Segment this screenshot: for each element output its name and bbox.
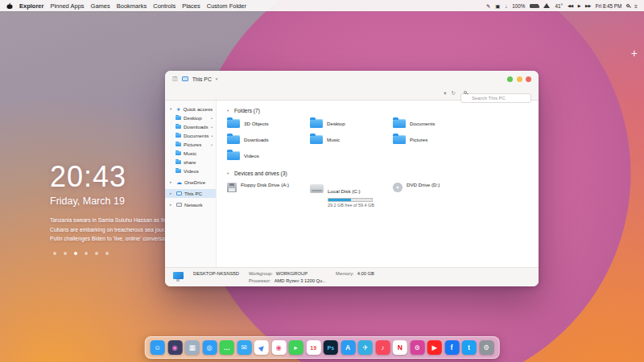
sidebar-item-onedrive[interactable]: ▸ ☁ OneDrive [165,178,216,187]
folder-tile-music[interactable]: Music [310,135,393,144]
display-icon[interactable]: ▣ [495,3,500,9]
drive-tile-floppy[interactable]: Floppy Disk Drive (A:) [227,182,310,208]
chevron-right-icon[interactable]: ▸ [170,203,174,207]
menu-item-custom-folder[interactable]: Custom Folder [207,2,246,10]
dock-icon-siri[interactable]: ◉ [167,340,182,355]
folder-tile-documents[interactable]: Documents [393,119,476,128]
sidebar-item-network[interactable]: ▸ Network [165,200,216,209]
folder-name: Music [327,137,340,142]
menu-item-places[interactable]: Places [182,2,200,10]
folder-icon [175,134,181,138]
folder-tile-3d-objects[interactable]: 3D Objects [227,119,310,128]
netflix-icon: N [398,344,402,352]
search-input[interactable] [460,93,531,103]
sidebar-item-downloads[interactable]: Downloads • [165,122,216,131]
zoom-button[interactable] [507,76,513,82]
sidebar-item-pictures[interactable]: Pictures • [165,140,216,149]
sidebar-item-quick-access[interactable]: ▾ ★ Quick access [165,105,216,113]
apple-menu-icon[interactable] [6,2,13,10]
news-headline[interactable]: Tanzania swears in Samia Suluhu Hassan a… [50,217,171,223]
carousel-dot-active[interactable] [74,252,77,255]
menubar-menus: Explorer Pinned Apps Games Bookmarks Con… [6,2,246,10]
folder-tile-videos[interactable]: Videos [227,151,310,160]
control-center-icon[interactable]: ≡ [634,3,638,9]
dock-icon-appstore[interactable]: A [341,340,355,355]
carousel-dot[interactable] [53,252,56,255]
folder-tile-pictures[interactable]: Pictures [393,135,476,144]
menu-item-games[interactable]: Games [91,2,110,10]
quick-access-icon: ★ [176,106,180,112]
sidebar-item-desktop[interactable]: Desktop • [165,113,216,122]
dock-icon-launchpad[interactable]: ▦ [185,340,200,355]
media-prev-icon[interactable]: ◀◀ [568,3,573,8]
sidebar-label: OneDrive [184,179,205,185]
dock-icon-calendar[interactable]: 19 [306,340,320,355]
dock-icon-netflix[interactable]: N [393,340,407,355]
chevron-down-icon[interactable]: ▾ [170,107,174,111]
carousel-dot[interactable] [105,252,109,255]
menubar-clock[interactable]: Fri 8:45 PM [596,3,622,9]
section-header-folders[interactable]: ▾ Folders (7) [227,108,539,113]
dock-icon-maps[interactable]: ▶ [254,340,269,355]
chevron-down-icon[interactable]: ▾ [444,90,446,97]
devices-grid: Floppy Disk Drive (A:) Local Disk (C:) 2… [227,182,539,208]
window-statusbar: DESKTOP-NKSNS5D Workgroup: WORKGROUP Pro… [165,267,539,286]
dock-icon-instagram[interactable]: ⊙ [410,340,424,355]
media-play-icon[interactable]: ▶ [578,3,580,8]
news-headline[interactable]: Putin challenges Biden to 'live, online'… [50,236,171,241]
dock-icon-mail[interactable]: ✉ [237,340,251,355]
media-next-icon[interactable]: ▶▶ [585,3,591,8]
widget-carousel-dots [50,252,171,255]
device-name: DESKTOP-NKSNS5D [193,271,239,276]
add-widget-button[interactable]: + [631,47,638,60]
close-button[interactable] [526,76,531,82]
wifi-icon[interactable] [543,3,550,8]
edit-icon[interactable]: ✎ [486,3,490,9]
search-icon[interactable] [626,4,630,7]
section-header-devices[interactable]: ▾ Devices and drives (3) [227,171,539,176]
drive-tile-local-disk[interactable]: Local Disk (C:) 29.2 GB free of 59.4 GB [310,182,393,208]
window-titlebar[interactable]: ◫ This PC ▾ [165,71,539,87]
drive-tile-dvd[interactable]: DVD Drive (D:) [393,182,476,208]
dock-icon-finder[interactable]: ☺ [151,340,165,355]
dock-icon-photoshop[interactable]: Ps [324,340,338,355]
carousel-dot[interactable] [85,252,88,255]
dock-icon-telegram[interactable]: ✈ [358,340,373,355]
sidebar-item-share[interactable]: share [165,158,216,167]
carousel-dot[interactable] [64,252,67,255]
refresh-icon[interactable]: ↻ [452,90,456,97]
music-icon: ♪ [381,344,384,352]
disk-usage-fill [328,199,351,201]
sidebar-item-documents[interactable]: Documents • [165,131,216,140]
dock-icon-youtube[interactable]: ▶ [427,340,442,355]
minimize-button[interactable] [517,76,522,82]
safari-icon: ◎ [207,344,213,352]
folder-tile-desktop[interactable]: Desktop [310,119,393,128]
menu-item-pinned-apps[interactable]: Pinned Apps [50,2,84,10]
chevron-right-icon[interactable]: ▸ [170,191,174,195]
dock-icon-music[interactable]: ♪ [375,340,390,355]
section-label: Devices and drives (3) [234,171,287,176]
chevron-down-icon[interactable]: ▾ [216,76,218,81]
sidebar-item-this-pc[interactable]: ▸ This PC [165,189,216,198]
news-headline[interactable]: Cubans are embarking on treacherous sea … [50,227,171,232]
dock-icon-facetime[interactable]: ▸ [289,340,303,355]
menu-item-controls[interactable]: Controls [153,2,175,10]
sidebar-label: Downloads [184,124,208,130]
menu-item-bookmarks[interactable]: Bookmarks [117,2,147,10]
dock-icon-twitter[interactable]: t [462,340,477,355]
folder-tile-downloads[interactable]: Downloads [227,135,310,144]
download-icon[interactable]: ↓ [505,3,507,9]
panel-toggle-icon[interactable]: ◫ [172,76,178,82]
dock-icon-safari[interactable]: ◎ [202,340,217,355]
sidebar-item-music[interactable]: Music [165,149,216,158]
chevron-right-icon[interactable]: ▸ [170,180,174,184]
dock-icon-photos[interactable]: ◉ [271,340,286,355]
calendar-icon: 19 [310,345,316,351]
menu-item-explorer[interactable]: Explorer [19,2,43,10]
carousel-dot[interactable] [95,252,98,255]
sidebar-item-videos[interactable]: Videos [165,167,216,175]
dock-icon-settings[interactable]: ⚙ [479,340,493,355]
dock-icon-facebook[interactable]: f [444,340,459,355]
dock-icon-messages[interactable]: … [220,340,234,355]
